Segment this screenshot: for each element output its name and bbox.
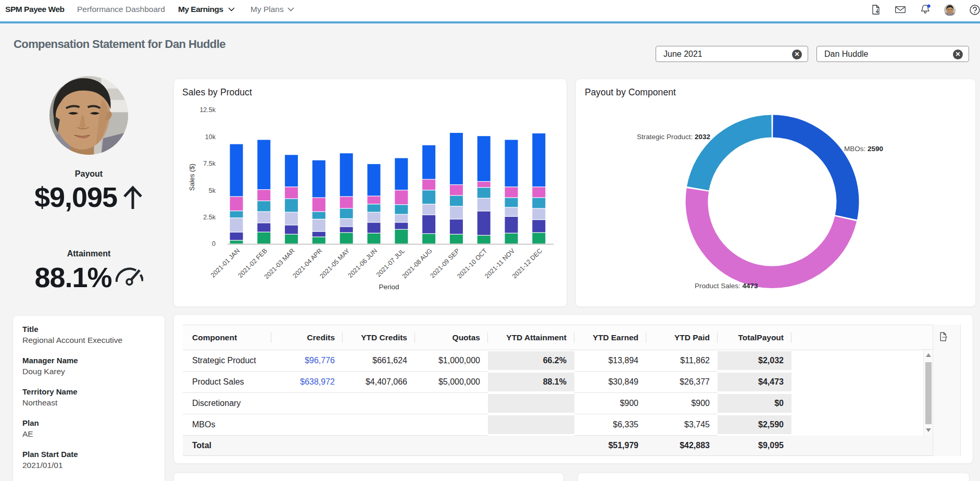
svg-text:7.5k: 7.5k [203, 160, 216, 167]
svg-text:5k: 5k [209, 187, 216, 194]
svg-text:0: 0 [212, 240, 216, 248]
svg-text:Product Sales: 4473: Product Sales: 4473 [695, 282, 758, 290]
svg-text:MBOs: 2590: MBOs: 2590 [844, 145, 883, 153]
svg-text:Sales ($): Sales ($) [188, 164, 196, 191]
svg-text:2.5k: 2.5k [203, 214, 216, 221]
svg-text:Period: Period [379, 283, 399, 291]
svg-text:10k: 10k [205, 133, 216, 141]
svg-text:2021-06 JUN: 2021-06 JUN [347, 247, 379, 279]
svg-text:Strategic Product: 2032: Strategic Product: 2032 [637, 133, 710, 141]
svg-text:12.5k: 12.5k [199, 106, 216, 114]
